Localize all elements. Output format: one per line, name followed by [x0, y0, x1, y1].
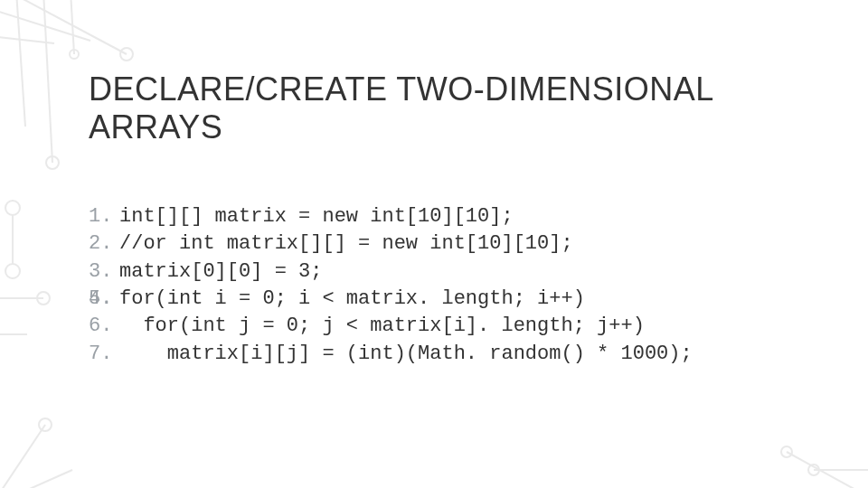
svg-point-23 — [808, 465, 819, 475]
code-line: matrix[0][0] = 3; — [89, 258, 832, 286]
code-line: int[][] matrix = new int[10][10]; — [89, 203, 832, 230]
svg-point-20 — [781, 446, 792, 457]
code-block: int[][] matrix = new int[10][10]; //or i… — [89, 203, 832, 368]
title-line-2: ARRAYS — [89, 108, 222, 145]
code-line: for(int i = 0; i < matrix. length; i++) — [89, 286, 832, 313]
code-line: matrix[i][j] = (int)(Math. random() * 10… — [89, 341, 832, 368]
code-line: //or int matrix[][] = new int[10][10]; — [89, 230, 832, 258]
code-line: for(int j = 0; j < matrix[i]. length; j+… — [89, 313, 832, 340]
svg-line-17 — [0, 470, 72, 488]
title-line-1: DECLARE/CREATE TWO-DIMENSIONAL — [89, 70, 714, 108]
svg-line-19 — [787, 452, 868, 488]
svg-line-15 — [0, 425, 45, 488]
svg-point-16 — [39, 418, 52, 431]
page-title: DECLARE/CREATE TWO-DIMENSIONAL ARRAYS — [89, 70, 832, 147]
